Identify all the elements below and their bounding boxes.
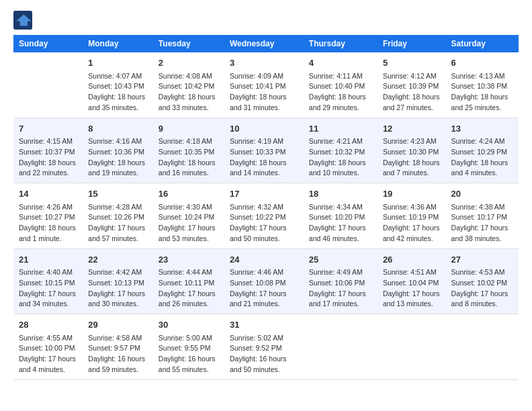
cell-detail: Sunset: 10:04 PM <box>383 278 441 289</box>
calendar-cell: 18Sunrise: 4:34 AMSunset: 10:20 PMDaylig… <box>304 183 378 249</box>
week-row-4: 21Sunrise: 4:40 AMSunset: 10:15 PMDaylig… <box>13 248 519 314</box>
header-saturday: Saturday <box>446 35 519 52</box>
day-number: 14 <box>19 187 77 201</box>
calendar-cell: 1Sunrise: 4:07 AMSunset: 10:43 PMDayligh… <box>83 52 153 118</box>
calendar-cell: 23Sunrise: 4:44 AMSunset: 10:11 PMDaylig… <box>153 248 224 314</box>
day-number: 27 <box>451 253 513 267</box>
cell-detail: Sunrise: 4:55 AM <box>19 333 77 344</box>
cell-detail: Daylight: 17 hours and 4 minutes. <box>19 354 77 375</box>
cell-detail: Daylight: 18 hours and 10 minutes. <box>309 158 372 179</box>
cell-detail: Sunset: 10:22 PM <box>230 212 298 223</box>
cell-detail: Sunrise: 4:51 AM <box>383 267 441 278</box>
day-number: 12 <box>383 122 441 136</box>
cell-detail: Daylight: 16 hours and 55 minutes. <box>159 354 219 375</box>
calendar-cell: 8Sunrise: 4:16 AMSunset: 10:36 PMDayligh… <box>83 118 153 183</box>
cell-detail: Sunset: 10:32 PM <box>309 147 372 158</box>
calendar-cell: 29Sunrise: 4:58 AMSunset: 9:57 PMDayligh… <box>83 314 153 380</box>
cell-detail: Sunrise: 4:42 AM <box>88 267 148 278</box>
calendar-cell: 19Sunrise: 4:36 AMSunset: 10:19 PMDaylig… <box>378 183 446 249</box>
cell-detail: Daylight: 18 hours and 33 minutes. <box>159 92 219 113</box>
cell-detail: Sunset: 10:13 PM <box>88 278 148 289</box>
cell-detail: Sunrise: 4:58 AM <box>88 333 148 344</box>
cell-detail: Sunrise: 4:49 AM <box>309 267 372 278</box>
cell-detail: Daylight: 18 hours and 31 minutes. <box>230 92 298 113</box>
cell-detail: Daylight: 16 hours and 59 minutes. <box>88 354 148 375</box>
cell-detail: Sunrise: 4:18 AM <box>159 136 219 147</box>
calendar-cell: 16Sunrise: 4:30 AMSunset: 10:24 PMDaylig… <box>153 183 224 249</box>
cell-detail: Daylight: 17 hours and 21 minutes. <box>230 289 298 310</box>
day-number: 28 <box>19 318 77 332</box>
calendar-cell: 6Sunrise: 4:13 AMSunset: 10:38 PMDayligh… <box>446 52 519 118</box>
cell-detail: Daylight: 18 hours and 4 minutes. <box>451 158 513 179</box>
day-number: 4 <box>309 56 372 70</box>
cell-detail: Sunset: 10:35 PM <box>159 147 219 158</box>
day-number: 23 <box>159 253 219 267</box>
calendar-cell: 25Sunrise: 4:49 AMSunset: 10:06 PMDaylig… <box>304 248 378 314</box>
cell-detail: Sunset: 10:11 PM <box>159 278 219 289</box>
header-thursday: Thursday <box>304 35 378 52</box>
cell-detail: Daylight: 17 hours and 57 minutes. <box>88 223 148 244</box>
calendar-cell: 9Sunrise: 4:18 AMSunset: 10:35 PMDayligh… <box>153 118 224 183</box>
cell-detail: Sunrise: 5:00 AM <box>159 333 219 344</box>
cell-detail: Sunrise: 4:34 AM <box>309 202 372 213</box>
calendar-cell: 15Sunrise: 4:28 AMSunset: 10:26 PMDaylig… <box>83 183 153 249</box>
day-number: 13 <box>451 122 513 136</box>
calendar-cell: 17Sunrise: 4:32 AMSunset: 10:22 PMDaylig… <box>224 183 304 249</box>
cell-detail: Sunset: 10:33 PM <box>230 147 298 158</box>
cell-detail: Sunrise: 4:15 AM <box>19 136 77 147</box>
calendar-cell: 12Sunrise: 4:23 AMSunset: 10:30 PMDaylig… <box>378 118 446 183</box>
cell-detail: Sunset: 10:06 PM <box>309 278 372 289</box>
cell-detail: Sunrise: 4:07 AM <box>88 71 148 82</box>
cell-detail: Daylight: 17 hours and 38 minutes. <box>451 223 513 244</box>
cell-detail: Daylight: 17 hours and 17 minutes. <box>309 289 372 310</box>
cell-detail: Daylight: 18 hours and 29 minutes. <box>309 92 372 113</box>
header-monday: Monday <box>83 35 153 52</box>
cell-detail: Sunrise: 4:19 AM <box>230 136 298 147</box>
day-number: 16 <box>159 187 219 201</box>
days-header-row: SundayMondayTuesdayWednesdayThursdayFrid… <box>13 35 519 52</box>
day-number: 2 <box>159 56 219 70</box>
week-row-1: 1Sunrise: 4:07 AMSunset: 10:43 PMDayligh… <box>13 52 519 118</box>
cell-detail: Sunset: 10:17 PM <box>451 212 513 223</box>
cell-detail: Daylight: 17 hours and 50 minutes. <box>230 223 298 244</box>
cell-detail: Daylight: 18 hours and 16 minutes. <box>159 158 219 179</box>
day-number: 21 <box>19 253 77 267</box>
day-number: 10 <box>230 122 298 136</box>
cell-detail: Sunset: 10:40 PM <box>309 81 372 92</box>
calendar-cell: 14Sunrise: 4:26 AMSunset: 10:27 PMDaylig… <box>13 183 83 249</box>
header-wednesday: Wednesday <box>224 35 304 52</box>
day-number: 31 <box>230 318 298 332</box>
day-number: 25 <box>309 253 372 267</box>
calendar-cell: 20Sunrise: 4:38 AMSunset: 10:17 PMDaylig… <box>446 183 519 249</box>
day-number: 11 <box>309 122 372 136</box>
cell-detail: Sunrise: 5:02 AM <box>230 333 298 344</box>
cell-detail: Sunset: 10:42 PM <box>159 81 219 92</box>
cell-detail: Sunrise: 4:38 AM <box>451 202 513 213</box>
day-number: 20 <box>451 187 513 201</box>
cell-detail: Daylight: 17 hours and 34 minutes. <box>19 289 77 310</box>
cell-detail: Sunrise: 4:53 AM <box>451 267 513 278</box>
cell-detail: Sunset: 9:52 PM <box>230 343 298 354</box>
cell-detail: Sunrise: 4:40 AM <box>19 267 77 278</box>
cell-detail: Sunset: 10:00 PM <box>19 343 77 354</box>
cell-detail: Sunset: 10:38 PM <box>451 81 513 92</box>
cell-detail: Sunset: 10:27 PM <box>19 212 77 223</box>
cell-detail: Sunset: 10:02 PM <box>451 278 513 289</box>
cell-detail: Daylight: 17 hours and 30 minutes. <box>88 289 148 310</box>
cell-detail: Daylight: 16 hours and 50 minutes. <box>230 354 298 375</box>
day-number: 5 <box>383 56 441 70</box>
cell-detail: Sunset: 10:43 PM <box>88 81 148 92</box>
day-number: 15 <box>88 187 148 201</box>
day-number: 6 <box>451 56 513 70</box>
day-number: 22 <box>88 253 148 267</box>
cell-detail: Daylight: 18 hours and 27 minutes. <box>383 92 441 113</box>
calendar-cell: 24Sunrise: 4:46 AMSunset: 10:08 PMDaylig… <box>224 248 304 314</box>
cell-detail: Sunrise: 4:16 AM <box>88 136 148 147</box>
cell-detail: Sunset: 10:41 PM <box>230 81 298 92</box>
cell-detail: Sunrise: 4:32 AM <box>230 202 298 213</box>
cell-detail: Daylight: 17 hours and 46 minutes. <box>309 223 372 244</box>
day-number: 30 <box>159 318 219 332</box>
logo-icon <box>13 11 32 30</box>
cell-detail: Daylight: 17 hours and 42 minutes. <box>383 223 441 244</box>
calendar-cell: 22Sunrise: 4:42 AMSunset: 10:13 PMDaylig… <box>83 248 153 314</box>
